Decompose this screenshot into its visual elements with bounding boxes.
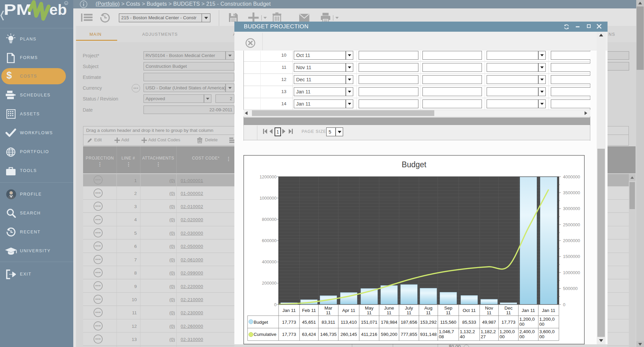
svg-text:00: 00 [519, 322, 524, 327]
svg-text:115,560: 115,560 [440, 320, 456, 325]
svg-text:00: 00 [499, 334, 505, 339]
svg-text:260,145: 260,145 [340, 332, 357, 337]
svg-text:27: 27 [481, 334, 486, 339]
svg-text:Jan 11: Jan 11 [542, 308, 556, 313]
svg-text:187,656: 187,656 [401, 320, 417, 325]
svg-text:153,292: 153,292 [420, 320, 437, 325]
svg-text:eb: eb [49, 1, 67, 18]
svg-text:85,533: 85,533 [462, 320, 476, 325]
svg-text:Oct 11: Oct 11 [463, 308, 476, 313]
svg-text:590,200: 590,200 [381, 332, 397, 337]
svg-text:146,735: 146,735 [320, 332, 337, 337]
svg-text:Aug: Aug [424, 306, 432, 311]
svg-text:500000: 500000 [563, 286, 577, 291]
svg-text:Apr 11: Apr 11 [342, 308, 355, 313]
svg-text:3000000: 3000000 [563, 206, 580, 211]
svg-text:411,216: 411,216 [361, 332, 377, 337]
svg-text:49,987: 49,987 [482, 320, 496, 325]
svg-text:Dec: Dec [505, 306, 513, 311]
svg-text:40: 40 [460, 334, 465, 339]
svg-text:Budget: Budget [402, 160, 427, 169]
svg-text:151,071: 151,071 [361, 320, 378, 325]
svg-text:0: 0 [563, 302, 565, 307]
svg-text:0: 0 [274, 302, 277, 307]
svg-text:June: June [384, 306, 394, 311]
svg-text:4000000: 4000000 [563, 174, 580, 179]
svg-text:PM: PM [4, 1, 32, 18]
svg-text:1,132,2: 1,132,2 [460, 329, 475, 334]
svg-text:600000: 600000 [262, 238, 277, 243]
svg-text:777,855: 777,855 [401, 332, 417, 337]
svg-text:Sep: Sep [444, 306, 452, 311]
svg-text:3,600,0: 3,600,0 [539, 329, 555, 334]
svg-text:1200000: 1200000 [259, 174, 277, 179]
svg-text:11: 11 [367, 310, 371, 315]
svg-text:Jan 11: Jan 11 [282, 308, 296, 313]
svg-text:1,200,0: 1,200,0 [539, 317, 555, 322]
svg-text:00: 00 [519, 334, 524, 339]
svg-text:17,773: 17,773 [282, 320, 296, 325]
svg-text:00: 00 [539, 334, 544, 339]
svg-text:2000000: 2000000 [563, 238, 580, 243]
svg-text:931,148: 931,148 [420, 332, 437, 337]
svg-text:1,200,0: 1,200,0 [499, 329, 515, 334]
svg-text:11: 11 [446, 310, 450, 315]
svg-text:11: 11 [426, 310, 431, 315]
svg-text:3500000: 3500000 [563, 190, 580, 195]
svg-text:83,311: 83,311 [321, 320, 335, 325]
svg-text:Nov: Nov [485, 306, 493, 311]
svg-text:63,424: 63,424 [302, 332, 316, 337]
svg-text:45,651: 45,651 [302, 320, 316, 325]
svg-text:00: 00 [539, 322, 544, 327]
svg-text:Budget: Budget [254, 320, 268, 325]
svg-text:800000: 800000 [262, 217, 277, 222]
svg-text:Mar: Mar [325, 306, 333, 311]
svg-text:1500000: 1500000 [563, 254, 580, 259]
svg-text:11: 11 [407, 310, 411, 315]
svg-text:11: 11 [387, 310, 391, 315]
svg-text:11: 11 [487, 310, 491, 315]
svg-text:May: May [365, 306, 373, 311]
svg-text:08: 08 [439, 334, 444, 339]
svg-text:July: July [405, 306, 413, 311]
svg-text:17,773: 17,773 [501, 320, 515, 325]
svg-text:11: 11 [326, 310, 331, 315]
svg-text:1,182,2: 1,182,2 [481, 329, 496, 334]
svg-text:Cumulative: Cumulative [254, 332, 277, 337]
svg-text:11: 11 [506, 310, 511, 315]
svg-text:Feb 11: Feb 11 [302, 308, 316, 313]
svg-text:2500000: 2500000 [563, 222, 580, 227]
svg-text:1000000: 1000000 [563, 270, 580, 275]
svg-text:1,046,7: 1,046,7 [439, 329, 454, 334]
svg-text:200000: 200000 [262, 281, 277, 286]
svg-text:Jan 11: Jan 11 [522, 308, 535, 313]
svg-text:2,400,0: 2,400,0 [519, 329, 535, 334]
svg-text:17,773: 17,773 [282, 332, 296, 337]
svg-text:R: R [65, 2, 67, 5]
svg-text:113,410: 113,410 [341, 320, 357, 325]
svg-text:178,984: 178,984 [381, 320, 397, 325]
svg-text:1,200,0: 1,200,0 [519, 317, 535, 322]
svg-text:1000000: 1000000 [259, 196, 277, 201]
svg-text:400000: 400000 [262, 259, 277, 264]
